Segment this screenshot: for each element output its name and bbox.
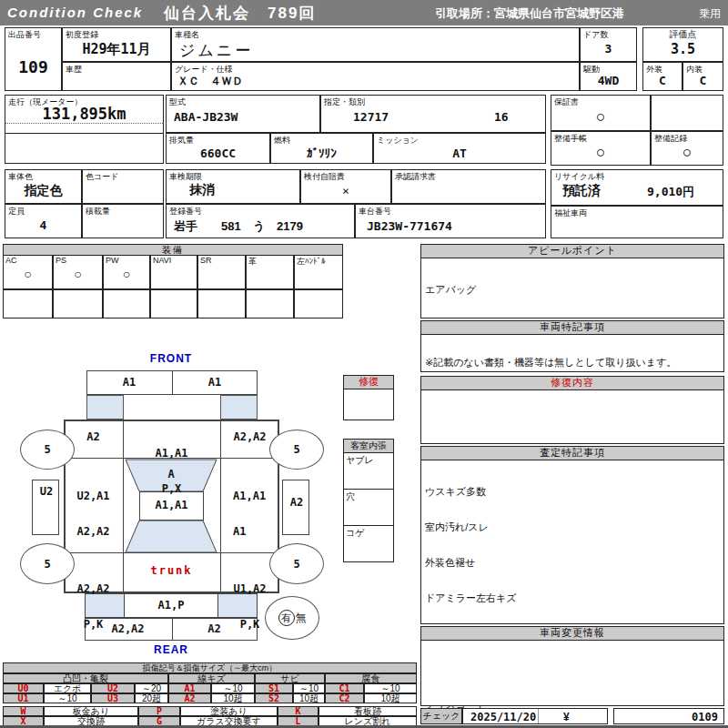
legend-desc: ～10 xyxy=(44,693,91,703)
auction-sheet: Condition Check 仙台入札会 789回 引取場所：宮城県仙台市宮城… xyxy=(0,0,728,728)
change-info-panel: 車両変更情報 xyxy=(420,626,724,706)
score-box: 評価点 3.5 xyxy=(642,27,723,62)
lot-number-box: 出品番号 109 xyxy=(5,27,62,91)
class-category-value: 16 xyxy=(494,110,509,124)
legend-desc: ～20 xyxy=(135,683,168,693)
appeal-line: エアバッグ xyxy=(425,284,720,296)
displacement-box: 排気量 660CC xyxy=(166,133,270,164)
legend-group-scratches: 線キズ xyxy=(168,673,255,683)
recycle-fee-label: リサイクル料 xyxy=(554,171,604,183)
transmission-box: ミッション AT xyxy=(373,133,546,164)
diagram-quarter-right-line1: U1,A2 xyxy=(220,583,279,595)
inspection-box: 車検期限 抹消 xyxy=(166,169,300,204)
legend-desc: 10超 xyxy=(293,693,325,703)
diagram-hood-line2: P,X xyxy=(123,483,220,495)
diagram-windshield: A xyxy=(126,469,217,480)
recycle-fee-value: 9,010円 xyxy=(647,184,694,200)
model-code-label: 型式 xyxy=(169,96,186,108)
legend-code: W xyxy=(3,706,44,716)
chassis-number-box: 車台番号 JB23W-771674 xyxy=(355,204,546,238)
legend-desc: 20超 xyxy=(135,693,168,703)
legend-group-dents: 凸凹・亀裂 xyxy=(3,673,168,683)
maintenance-book-box: 整備手帳 ○ xyxy=(551,131,651,166)
first-registration-value: H29年11月 xyxy=(63,41,170,58)
diagram-front-fender-right: A2,A2 xyxy=(220,431,279,443)
diagram-front-fender-left: A2 xyxy=(64,431,123,443)
warranty-mark: ○ xyxy=(551,109,650,123)
legend-code: U1 xyxy=(3,693,44,703)
registration-number-box: 登録番号 岩手 581 う 2179 xyxy=(166,204,355,238)
mileage-value: 131,895km xyxy=(5,105,163,123)
body-color-label: 車体色 xyxy=(8,171,33,183)
model-name-box: 車種名 ジムニー xyxy=(171,27,580,62)
equipment-cell-lhd: 左ﾊﾝﾄﾞﾙ xyxy=(294,255,343,289)
brand-logo: Condition Check xyxy=(7,5,143,20)
drive-box: 駆動 4WD xyxy=(580,62,637,91)
legend-desc: 10超 xyxy=(364,693,417,703)
transmission-label: ミッション xyxy=(377,135,419,147)
legend-title: 損傷記号＆損傷サイズ（～最大cm） xyxy=(3,662,417,673)
legend-desc: エクボ xyxy=(44,683,91,693)
equipment-cell-leather: 革 xyxy=(246,255,294,289)
color-code-label: 色コード xyxy=(86,171,118,183)
diagram-front-label: FRONT xyxy=(135,352,207,365)
check-currency: ¥ xyxy=(563,711,570,723)
legend-code: U2 xyxy=(91,683,135,693)
mileage-box: 走行（現メーター） 131,895km xyxy=(5,95,164,164)
legend-group-rust: サビ xyxy=(255,673,325,683)
appeal-panel: アピールポイント エアバッグ ABS xyxy=(420,244,724,318)
interior-box: 内装 C xyxy=(682,62,723,91)
check-date: 2025/11/20 xyxy=(470,711,536,723)
equipment-label-ps: PS xyxy=(56,256,66,265)
maintenance-book-label: 整備手帳 xyxy=(554,133,587,145)
check-label: チェック xyxy=(420,708,462,724)
diagram-rear-panel: A1,P xyxy=(85,600,258,612)
diagram-roof: A1,A1 xyxy=(139,500,204,511)
title-bar: Condition Check 仙台入札会 789回 引取場所：宮城県仙台市宮城… xyxy=(0,0,728,25)
body-color-box: 車体色 指定色 xyxy=(5,169,82,204)
interior-trim-box: 客室内張 ヤブレ 穴 コゲ xyxy=(343,439,394,562)
diagram-mirror-left: U2 xyxy=(33,486,60,498)
diagram-door-left: U2,A1 A2,A2 xyxy=(64,467,123,561)
model-name-value: ジムニー xyxy=(179,40,253,61)
warranty-box: 保証書 ○ xyxy=(551,95,651,131)
capacity-box: 定員 4 xyxy=(5,204,82,238)
diagram-mirror-left-box: U2 xyxy=(32,480,59,535)
maintenance-record-mark: ○ xyxy=(652,145,723,158)
history-box: 車歴 xyxy=(62,62,171,91)
diagram-rear-label: REAR xyxy=(135,643,207,656)
diagram-front-bumper-left: A1 xyxy=(86,377,172,389)
legend-desc: 10超 xyxy=(211,693,255,703)
recycle-fee-box: リサイクル料 預託済 9,010円 xyxy=(551,169,723,206)
recycle-status-value: 預託済 xyxy=(562,183,601,199)
vehicle-notes-panel: 車両特記事項 ※記載のない書類・機器等は無しとして取り扱います。 xyxy=(420,320,724,372)
model-code-value: ABA-JB23W xyxy=(174,110,238,124)
equipment-cell-ps: PS ○ xyxy=(53,255,103,289)
equipment-empty-cell xyxy=(197,289,246,318)
vehicle-type: 乗用 xyxy=(699,6,721,22)
warranty-label: 保証書 xyxy=(554,96,579,108)
diagram-door-right-line1: A1,A1 xyxy=(233,490,292,502)
interior-value: C xyxy=(683,74,723,87)
equipment-label-navi: NAVI xyxy=(153,256,171,265)
transmission-value: AT xyxy=(374,147,545,160)
legend-code: S1 xyxy=(255,683,293,693)
repair-detail-title: 修復内容 xyxy=(421,377,723,390)
displacement-label: 排気量 xyxy=(169,135,194,147)
score-value: 3.5 xyxy=(643,41,723,57)
equipment-label-leather: 革 xyxy=(248,256,257,268)
drive-value: 4WD xyxy=(581,74,636,87)
registration-number-label: 登録番号 xyxy=(169,206,202,217)
equipment-empty-cell xyxy=(103,289,150,318)
load-box: 積載量 xyxy=(82,204,164,238)
doors-box: ドア数 3 xyxy=(580,27,637,62)
diagram-trunk: trunk xyxy=(123,565,220,577)
exterior-box: 外装 C xyxy=(642,62,682,91)
repair-flag-box: 修復 xyxy=(343,375,394,420)
grade-value: ＸＣ ４ＷＤ xyxy=(177,74,243,89)
pickup-location: 引取場所：宮城県仙台市宮城野区港 xyxy=(435,5,624,22)
equipment-mark-ac: ○ xyxy=(4,267,52,281)
maintenance-record-label: 整備記録 xyxy=(654,133,687,145)
warranty-extra-box xyxy=(651,95,723,131)
spare-no: 無 xyxy=(296,611,307,626)
